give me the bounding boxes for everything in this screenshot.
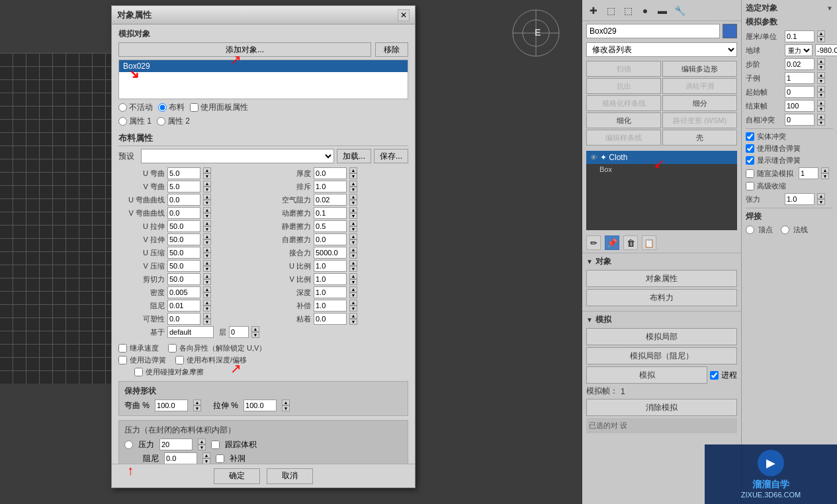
dyn-friction-up[interactable]: ▲ <box>349 207 357 213</box>
v-bend-curve-up[interactable]: ▲ <box>203 207 211 213</box>
v-bend-down[interactable]: ▼ <box>203 187 211 192</box>
cm-down[interactable]: ▼ <box>817 36 825 42</box>
u-bend-down[interactable]: ▼ <box>203 173 211 179</box>
save-button[interactable]: 保存... <box>374 149 408 163</box>
btn-path-deform[interactable]: 路径变形 (WSM) <box>662 112 737 128</box>
pressure-damp-up[interactable]: ▲ <box>202 452 210 458</box>
rand-up[interactable]: ▲ <box>821 167 829 173</box>
btn-edit-spline[interactable]: 编辑样条线 <box>586 130 661 146</box>
plasticity-down[interactable]: ▼ <box>203 319 211 325</box>
compensation-up[interactable]: ▲ <box>349 300 357 306</box>
u-scale-down[interactable]: ▼ <box>349 266 357 272</box>
self-friction-input[interactable] <box>314 233 347 245</box>
solid-collision-check[interactable] <box>746 132 754 141</box>
pencil-tool[interactable]: ✏ <box>586 235 601 250</box>
end-down[interactable]: ▼ <box>817 106 825 112</box>
fabric-depth-check[interactable] <box>175 356 184 364</box>
obj-props-button[interactable]: 对象属性 <box>586 270 737 287</box>
advanced-collapse-check[interactable] <box>746 182 754 190</box>
pressure-input[interactable] <box>159 439 193 450</box>
u-scale-input[interactable] <box>314 260 347 272</box>
shear-up[interactable]: ▲ <box>203 273 211 279</box>
density-up[interactable]: ▲ <box>203 286 211 292</box>
cloth-modifier-item[interactable]: 👁 ✦ Cloth <box>586 151 737 164</box>
bend-pct-up[interactable]: ▲ <box>193 399 201 405</box>
self-friction-up[interactable]: ▲ <box>349 233 357 239</box>
fabric-props-button[interactable]: 布料力 <box>586 289 737 306</box>
damping-up[interactable]: ▲ <box>203 300 211 306</box>
modifier-list-dropdown[interactable]: 修改器列表 <box>586 42 737 57</box>
thickness-down[interactable]: ▼ <box>349 173 357 179</box>
stretch-pct-down[interactable]: ▼ <box>282 405 290 411</box>
depth-down[interactable]: ▼ <box>349 292 357 298</box>
v-bend-up[interactable]: ▲ <box>203 181 211 187</box>
layer-down[interactable]: ▼ <box>251 332 259 338</box>
radio-inactive[interactable]: 不活动 <box>118 102 153 113</box>
adhesion-down[interactable]: ▼ <box>349 253 357 259</box>
stickiness-up[interactable]: ▲ <box>349 313 357 319</box>
v-stretch-up[interactable]: ▲ <box>203 233 211 239</box>
depth-input[interactable] <box>314 286 347 298</box>
substep-down[interactable]: ▼ <box>817 78 825 84</box>
wrench-icon[interactable]: 🔧 <box>672 3 687 18</box>
compass-widget[interactable]: E <box>509 7 562 60</box>
pin-tool[interactable]: 📌 <box>605 235 619 250</box>
air-resist-down[interactable]: ▼ <box>349 200 357 206</box>
circle-icon[interactable]: ● <box>638 3 652 18</box>
expand-icon[interactable]: ▼ <box>826 5 833 12</box>
damping-down[interactable]: ▼ <box>203 306 211 312</box>
u-compress-up[interactable]: ▲ <box>203 247 211 253</box>
layer-up[interactable]: ▲ <box>251 326 259 332</box>
radio-attr1[interactable]: 属性 1 <box>118 116 152 127</box>
box-item[interactable]: Box <box>586 164 737 175</box>
cm-up[interactable]: ▲ <box>817 30 825 36</box>
plasticity-up[interactable]: ▲ <box>203 313 211 319</box>
v-compress-input[interactable] <box>167 260 200 272</box>
layer-input[interactable] <box>229 326 249 338</box>
v-scale-up[interactable]: ▲ <box>349 273 357 279</box>
object-color-swatch[interactable] <box>723 24 737 38</box>
compensation-input[interactable] <box>314 300 347 312</box>
substep-up[interactable]: ▲ <box>817 72 825 78</box>
dialog-close-button[interactable]: ✕ <box>398 9 410 21</box>
trash-tool[interactable]: 🗑 <box>623 235 638 250</box>
btn-normalize[interactable]: 规格化样条线 <box>586 95 661 111</box>
thickness-up[interactable]: ▲ <box>349 167 357 173</box>
v-scale-input[interactable] <box>314 273 347 285</box>
slide-collision-check[interactable] <box>134 368 143 376</box>
pressure-radio[interactable] <box>124 441 133 449</box>
ok-button[interactable]: 确定 <box>214 468 260 484</box>
step-input[interactable] <box>785 58 815 70</box>
stickiness-down[interactable]: ▼ <box>349 319 357 325</box>
pressure-damp-down[interactable]: ▼ <box>202 458 210 464</box>
damping-input[interactable] <box>167 300 200 312</box>
v-compress-down[interactable]: ▼ <box>203 266 211 272</box>
dyn-friction-input[interactable] <box>314 207 347 219</box>
bend-pct-down[interactable]: ▼ <box>193 405 201 411</box>
patch-holes-check[interactable] <box>216 454 224 463</box>
cm-per-unit-input[interactable] <box>785 30 815 42</box>
start-up[interactable]: ▲ <box>817 86 825 92</box>
load-button[interactable]: 加载... <box>337 149 371 163</box>
bend-pct-input[interactable] <box>155 399 188 411</box>
u-scale-up[interactable]: ▲ <box>349 260 357 266</box>
pressure-up[interactable]: ▲ <box>198 439 206 444</box>
stretch-pct-input[interactable] <box>243 399 277 411</box>
minus-icon[interactable]: ▬ <box>655 3 670 18</box>
shear-down[interactable]: ▼ <box>203 279 211 285</box>
base-input[interactable] <box>167 326 214 338</box>
repulsion-input[interactable] <box>314 181 347 192</box>
clear-sim-button[interactable]: 消除模拟 <box>586 399 737 416</box>
note-tool[interactable]: 📋 <box>642 235 656 250</box>
v-stretch-input[interactable] <box>167 233 200 245</box>
depth-up[interactable]: ▲ <box>349 286 357 292</box>
sim-button[interactable]: 模拟 <box>586 366 707 384</box>
tension-input[interactable] <box>785 193 815 205</box>
edge-spring-check[interactable] <box>118 356 127 364</box>
btn-edit-poly[interactable]: 编辑多边形 <box>662 61 737 77</box>
inherit-speed-check[interactable] <box>118 344 127 353</box>
u-bend-curve-down[interactable]: ▼ <box>203 200 211 206</box>
u-compress-input[interactable] <box>167 247 200 259</box>
anisotropy-check[interactable] <box>168 344 177 353</box>
v-scale-down[interactable]: ▼ <box>349 279 357 285</box>
